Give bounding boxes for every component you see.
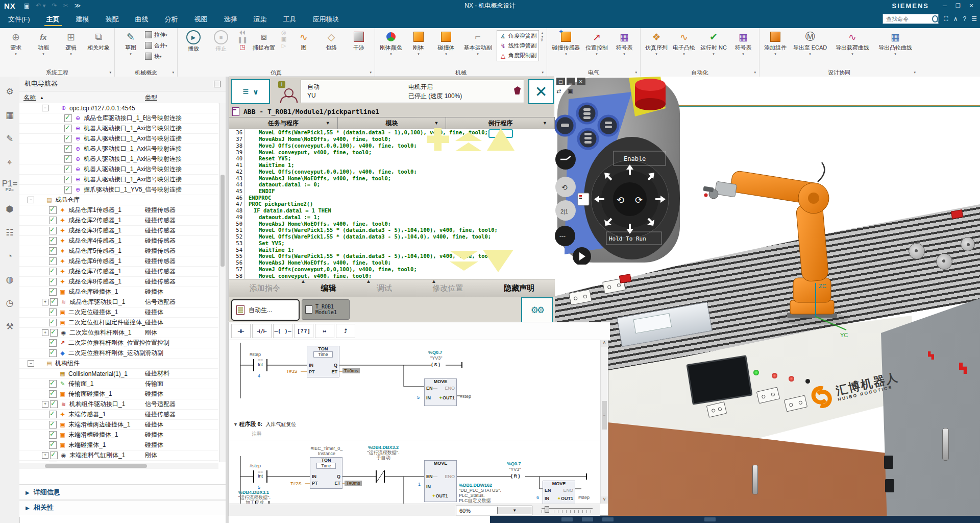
electronic-cam-button[interactable]: ∿电子凸轮▾: [670, 30, 698, 56]
row-checkbox[interactable]: [64, 176, 72, 183]
expander-icon[interactable]: [42, 310, 47, 315]
expander-icon[interactable]: [28, 360, 34, 367]
expander-icon[interactable]: [42, 248, 47, 254]
tree-row[interactable]: 成品仓库1传感器_1 碰撞传感器: [19, 205, 218, 216]
gallery-scroll[interactable]: ▲▼⊽: [540, 29, 545, 44]
ribbon-tab[interactable]: 工具: [275, 11, 305, 28]
customize-quick-access-icon[interactable]: ≫: [75, 2, 81, 9]
pendant-menu-item[interactable]: 编辑: [321, 283, 336, 293]
play-button[interactable]: ▶播放: [180, 30, 207, 53]
step-back-icon[interactable]: ⏴⏴: [235, 29, 250, 36]
open-branch-tool[interactable]: ↦: [315, 324, 334, 338]
row-checkbox[interactable]: [49, 206, 57, 214]
row-checkbox[interactable]: [50, 329, 58, 337]
ribbon-tab[interactable]: 装配: [97, 11, 127, 28]
runtime-nc-button[interactable]: ✔运行时 NC▾: [698, 30, 729, 56]
undo-icon[interactable]: ↶ ▾: [36, 2, 45, 9]
expander-icon[interactable]: [42, 381, 47, 387]
row-checkbox[interactable]: [49, 441, 57, 449]
row-checkbox[interactable]: [49, 411, 57, 418]
row-checkbox[interactable]: [49, 257, 57, 265]
left-toolbar-icon[interactable]: ⚒: [2, 319, 18, 335]
left-toolbar-icon[interactable]: ⬢: [2, 201, 18, 218]
sketch-button[interactable]: ✎草图▾: [117, 30, 144, 56]
position-control-button[interactable]: ↗位置控制▾: [583, 30, 610, 56]
navigator-horizontal-scrollbar[interactable]: [19, 463, 218, 469]
empty-box-tool[interactable]: [??]: [294, 324, 313, 338]
expander-icon[interactable]: [42, 299, 48, 305]
navigator-vertical-scrollbar[interactable]: [219, 103, 226, 462]
tree-row[interactable]: 成品仓库7传感器_1 碰撞传感器: [19, 267, 218, 277]
expander-icon[interactable]: [57, 115, 63, 121]
move-box-2[interactable]: MOVE EN ENO — IN ✦OUT1: [424, 460, 457, 502]
ribbon-tab[interactable]: 主页: [38, 11, 68, 28]
undock-icon[interactable]: [214, 81, 220, 87]
row-checkbox[interactable]: [64, 186, 72, 194]
pause-icon[interactable]: ❚❚: [235, 36, 250, 43]
tree-row[interactable]: 机器人驱动接口_1_Axis2... 信号映射连接: [19, 134, 218, 144]
pendant-close-button[interactable]: ✕: [528, 79, 554, 104]
expander-icon[interactable]: [42, 320, 47, 325]
column-type[interactable]: 类型: [145, 93, 157, 102]
group-label-simulation[interactable]: 仿真▾: [180, 68, 373, 77]
left-toolbar-icon[interactable]: ◍: [2, 272, 18, 288]
ribbon-tab[interactable]: 曲线: [127, 11, 157, 28]
cut-icon[interactable]: ✂: [63, 2, 68, 9]
expander-icon[interactable]: [42, 452, 48, 459]
column-name[interactable]: 名称: [23, 93, 36, 102]
block-button[interactable]: 块▾: [144, 51, 175, 61]
tree-row[interactable]: 末端推料气缸滑动副_1 滑动副: [19, 461, 218, 462]
dependencies-section[interactable]: ▶相关性: [19, 500, 226, 515]
tree-row[interactable]: 成品仓库5传感器_1 碰撞传感器: [19, 246, 218, 256]
ribbon-tab[interactable]: 选择: [216, 11, 246, 28]
expander-icon[interactable]: [42, 289, 47, 295]
teach-pendant-graphic[interactable]: ⟲ 2|1 --- ⟲ ⟳ Enable: [554, 77, 683, 265]
collision-body-button[interactable]: 碰撞体▾: [432, 30, 460, 56]
left-toolbar-icon[interactable]: ⌖: [2, 154, 18, 171]
ladder-canvas[interactable]: #step ==Int 4 TON Time IN Q PT ET T#3S T…: [229, 340, 600, 504]
row-checkbox[interactable]: [49, 380, 57, 388]
expander-icon[interactable]: [57, 167, 63, 172]
export-ecad-button[interactable]: Ⓜ导出至 ECAD▾: [789, 30, 831, 56]
tree-row[interactable]: 成品仓库8传感器_1 碰撞传感器: [19, 277, 218, 287]
expander-icon[interactable]: [57, 146, 63, 152]
symbol-table2-button[interactable]: ▦符号表▾: [729, 30, 757, 56]
requirement-button[interactable]: ⊕需求▾: [2, 30, 30, 56]
expander-icon[interactable]: [42, 279, 47, 284]
simulation-sequence-button[interactable]: ❖仿真序列▾: [643, 30, 670, 56]
ladder-vertical-scrollbar[interactable]: ∧ ≡ ∨: [600, 340, 608, 504]
expander-icon[interactable]: [42, 340, 47, 346]
rigid-color-button[interactable]: 刚体颜色▾: [377, 30, 405, 56]
left-toolbar-icon[interactable]: ▦: [2, 107, 18, 124]
expander-icon[interactable]: [57, 177, 63, 182]
envelope-button[interactable]: ◇包络: [317, 30, 345, 52]
export-load-curve-button[interactable]: ∿导出载荷曲线▾: [831, 30, 874, 56]
angular-spring-joint[interactable]: ∡角度弹簧副: [499, 31, 536, 41]
tree-row[interactable]: 传输面_1 传输面: [19, 379, 218, 389]
expander-icon[interactable]: [42, 422, 47, 427]
tree-row[interactable]: 成品仓库6传感器_1 碰撞传感器: [19, 256, 218, 267]
export-cam-curve-button[interactable]: ▦导出凸轮曲线▾: [874, 30, 917, 56]
row-checkbox[interactable]: [50, 400, 58, 408]
left-toolbar-icon[interactable]: ☷: [2, 225, 18, 241]
tree-row[interactable]: 末端滑槽两边碰撞体_1 碰撞体: [19, 420, 218, 430]
capture-arrangement-button[interactable]: ⧇捕捉布置: [250, 30, 278, 52]
tree-row[interactable]: 机器人驱动接口_1_Axis1... 信号映射连接: [19, 124, 218, 134]
row-checkbox[interactable]: [64, 165, 72, 173]
expander-icon[interactable]: [42, 238, 47, 244]
ribbon-tab[interactable]: 文件(F): [0, 11, 38, 28]
nc-contact-tool[interactable]: ⊣/⊢: [252, 324, 272, 338]
expander-icon[interactable]: [42, 432, 47, 438]
left-toolbar-icon[interactable]: ◷: [2, 295, 18, 312]
row-checkbox[interactable]: [64, 145, 72, 153]
expander-icon[interactable]: [42, 269, 47, 274]
row-checkbox[interactable]: [49, 339, 57, 347]
function-button[interactable]: fx功能▾: [30, 30, 57, 56]
row-checkbox[interactable]: [64, 125, 72, 132]
tree-row[interactable]: 机器人驱动接口_1_Axis3... 信号映射连接: [19, 144, 218, 154]
os-taskbar[interactable]: [490, 516, 980, 523]
tree-row[interactable]: 成品仓库驱动接口_1 信号适配器: [19, 297, 218, 307]
tree-row[interactable]: 机构组件: [19, 359, 218, 369]
expander-icon[interactable]: [42, 207, 47, 213]
help-icon[interactable]: ?: [963, 15, 967, 22]
